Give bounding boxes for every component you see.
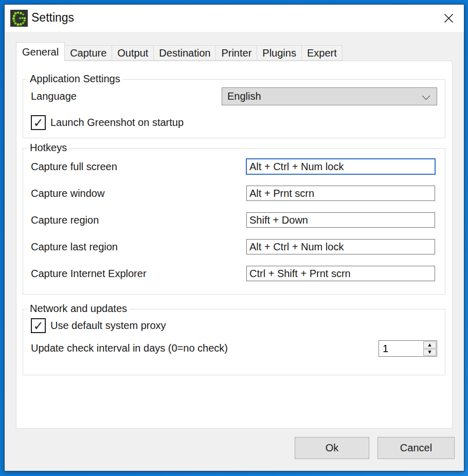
general-tab-page: Application Settings Language English ✓ … [16, 61, 453, 429]
capture-full-screen-input[interactable] [246, 159, 435, 174]
launch-startup-label: Launch Greenshot on startup [50, 117, 184, 129]
capture-window-input[interactable] [246, 186, 435, 201]
tab-destination[interactable]: Destination [153, 45, 216, 61]
cancel-button[interactable]: Cancel [377, 437, 455, 459]
tab-expert[interactable]: Expert [301, 45, 343, 61]
network-updates-group: Network and updates ✓ Use default system… [23, 309, 445, 375]
stepper-up-button[interactable]: ▲ [423, 341, 436, 349]
arrow-down-icon: ▼ [427, 350, 433, 355]
check-icon: ✓ [33, 320, 43, 332]
tab-printer[interactable]: Printer [215, 45, 257, 61]
close-button[interactable] [436, 6, 461, 30]
hotkey-row-capture-full-screen: Capture full screen [31, 159, 436, 174]
capture-full-screen-label: Capture full screen [31, 161, 117, 173]
capture-window-label: Capture window [31, 188, 104, 199]
language-label: Language [31, 90, 77, 102]
network-updates-title: Network and updates [27, 303, 130, 315]
tab-strip: General Capture Output Destination Print… [16, 42, 343, 61]
capture-region-label: Capture region [31, 214, 99, 226]
settings-window: Settings General Capture Output Destinat… [4, 4, 464, 471]
hotkey-row-capture-window: Capture window [31, 186, 436, 201]
system-proxy-label: Use default system proxy [50, 320, 166, 332]
arrow-up-icon: ▲ [427, 342, 433, 347]
hotkeys-group: Hotkeys Capture full screen Capture wind… [23, 148, 445, 295]
update-interval-label: Update check interval in days (0=no chec… [31, 342, 228, 354]
check-icon: ✓ [33, 117, 43, 129]
update-interval-stepper: ▲ ▼ [379, 340, 437, 357]
ok-button[interactable]: Ok [295, 437, 369, 459]
update-interval-input[interactable] [379, 341, 422, 356]
capture-internet-explorer-input[interactable] [246, 266, 435, 281]
checkbox-box[interactable]: ✓ [31, 318, 46, 333]
greenshot-logo-icon [10, 10, 28, 27]
language-select[interactable]: English [222, 87, 437, 105]
application-settings-title: Application Settings [27, 73, 123, 85]
hotkey-row-capture-last-region: Capture last region [31, 239, 436, 254]
chevron-down-icon [422, 92, 430, 100]
capture-region-input[interactable] [246, 212, 435, 228]
tab-output[interactable]: Output [112, 45, 154, 61]
window-title: Settings [31, 11, 74, 25]
system-proxy-checkbox[interactable]: ✓ Use default system proxy [31, 318, 166, 333]
capture-last-region-label: Capture last region [31, 241, 118, 253]
tab-capture[interactable]: Capture [64, 45, 112, 61]
stepper-down-button[interactable]: ▼ [423, 349, 436, 356]
application-settings-group: Application Settings Language English ✓ … [23, 79, 445, 138]
capture-last-region-input[interactable] [246, 239, 435, 254]
hotkey-row-capture-region: Capture region [31, 212, 436, 228]
close-icon [442, 11, 456, 25]
tab-plugins[interactable]: Plugins [257, 45, 302, 61]
hotkeys-title: Hotkeys [27, 142, 69, 154]
checkbox-box[interactable]: ✓ [31, 115, 46, 130]
stepper-buttons: ▲ ▼ [423, 341, 436, 356]
capture-internet-explorer-label: Capture Internet Explorer [31, 268, 147, 280]
tab-general[interactable]: General [16, 42, 65, 61]
hotkey-row-capture-internet-explorer: Capture Internet Explorer [31, 266, 436, 281]
language-selected-value: English [227, 90, 261, 102]
titlebar: Settings [5, 5, 464, 32]
launch-startup-checkbox[interactable]: ✓ Launch Greenshot on startup [31, 115, 184, 130]
